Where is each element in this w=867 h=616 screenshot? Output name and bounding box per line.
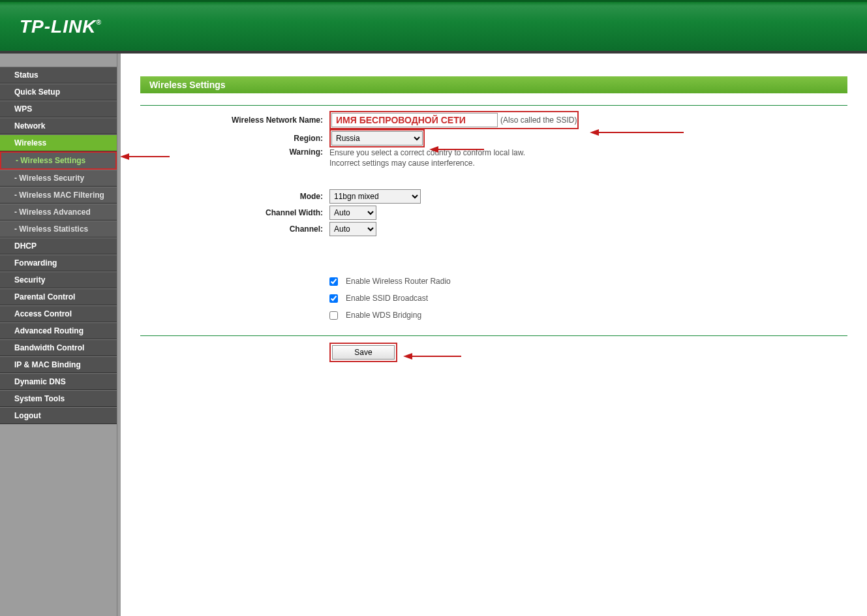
warning-text-2: Incorrect settings may cause interferenc… bbox=[329, 158, 847, 168]
nav-item-forwarding[interactable]: Forwarding bbox=[0, 254, 117, 271]
logo: TP-LINK® bbox=[20, 16, 102, 37]
label-mode: Mode: bbox=[140, 192, 329, 201]
label-channel-width: Channel Width: bbox=[140, 208, 329, 217]
ssid-note: (Also called the SSID) bbox=[500, 116, 577, 125]
region-highlight: Russia bbox=[329, 129, 425, 147]
nav-item-dhcp[interactable]: DHCP bbox=[0, 238, 117, 254]
nav-item-wireless-settings[interactable]: - Wireless Settings bbox=[0, 151, 117, 170]
nav-item-status[interactable]: Status bbox=[0, 67, 117, 84]
nav-item-wps[interactable]: WPS bbox=[0, 100, 117, 117]
warning-text-1: Ensure you select a correct country to c… bbox=[329, 147, 847, 158]
enable-wds-checkbox[interactable] bbox=[329, 311, 338, 320]
nav-item-wireless[interactable]: Wireless bbox=[0, 134, 117, 151]
main-content: Wireless Settings Wireless Network Name:… bbox=[121, 54, 867, 616]
enable-wds-label: Enable WDS Bridging bbox=[346, 311, 421, 320]
nav-item-wireless-statistics[interactable]: - Wireless Statistics bbox=[0, 221, 117, 238]
nav-item-wireless-advanced[interactable]: - Wireless Advanced bbox=[0, 204, 117, 221]
mode-select[interactable]: 11bgn mixed bbox=[329, 189, 421, 204]
nav-item-bandwidth-control[interactable]: Bandwidth Control bbox=[0, 339, 117, 356]
divider bbox=[140, 105, 847, 106]
enable-ssid-broadcast-label: Enable SSID Broadcast bbox=[346, 294, 428, 303]
sidebar: StatusQuick SetupWPSNetworkWireless- Wir… bbox=[0, 54, 117, 616]
channel-select[interactable]: Auto bbox=[329, 222, 376, 236]
channel-width-select[interactable]: Auto bbox=[329, 206, 376, 220]
nav-item-wireless-security[interactable]: - Wireless Security bbox=[0, 170, 117, 187]
label-channel: Channel: bbox=[140, 224, 329, 234]
save-button[interactable]: Save bbox=[332, 345, 395, 360]
nav-item-access-control[interactable]: Access Control bbox=[0, 305, 117, 322]
nav-item-quick-setup[interactable]: Quick Setup bbox=[0, 84, 117, 100]
nav-item-network[interactable]: Network bbox=[0, 117, 117, 134]
region-select[interactable]: Russia bbox=[331, 131, 423, 146]
label-warning: Warning: bbox=[140, 147, 329, 157]
label-ssid: Wireless Network Name: bbox=[140, 116, 329, 125]
nav-item-ip-mac-binding[interactable]: IP & MAC Binding bbox=[0, 356, 117, 373]
nav-item-advanced-routing[interactable]: Advanced Routing bbox=[0, 322, 117, 339]
nav-item-wireless-mac-filtering[interactable]: - Wireless MAC Filtering bbox=[0, 187, 117, 204]
nav-item-system-tools[interactable]: System Tools bbox=[0, 390, 117, 407]
nav-item-dynamic-dns[interactable]: Dynamic DNS bbox=[0, 373, 117, 390]
divider-bottom bbox=[140, 335, 847, 336]
nav-item-parental-control[interactable]: Parental Control bbox=[0, 288, 117, 305]
ssid-input[interactable] bbox=[331, 113, 498, 127]
nav-item-logout[interactable]: Logout bbox=[0, 407, 117, 424]
save-highlight: Save bbox=[329, 343, 397, 362]
label-region: Region: bbox=[140, 134, 329, 143]
page-title: Wireless Settings bbox=[140, 76, 847, 93]
header: TP-LINK® bbox=[0, 0, 867, 54]
enable-radio-label: Enable Wireless Router Radio bbox=[346, 277, 451, 286]
nav-item-security[interactable]: Security bbox=[0, 271, 117, 288]
ssid-highlight: (Also called the SSID) bbox=[329, 111, 579, 129]
enable-radio-checkbox[interactable] bbox=[329, 277, 338, 286]
enable-ssid-broadcast-checkbox[interactable] bbox=[329, 294, 338, 303]
